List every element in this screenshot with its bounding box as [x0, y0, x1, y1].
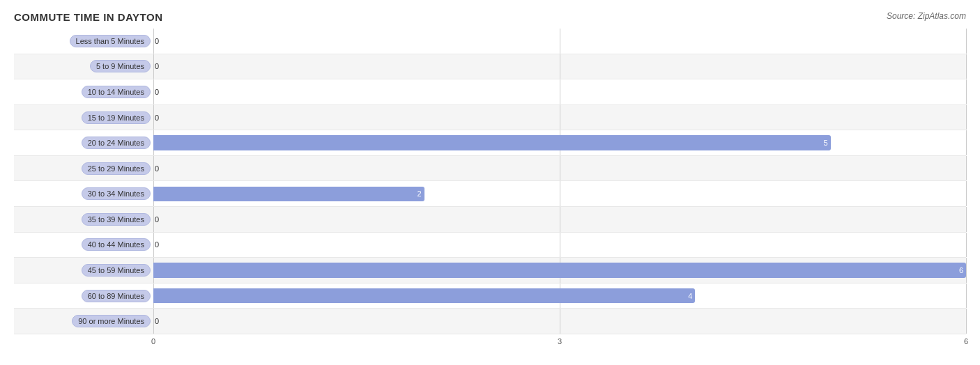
row-label-wrap: 90 or more Minutes	[14, 315, 153, 327]
table-row: 10 to 14 Minutes0	[14, 79, 966, 105]
table-row: 15 to 19 Minutes0	[14, 105, 966, 131]
bar-zero-label: 0	[155, 88, 159, 96]
chart-title: COMMUTE TIME IN DAYTON	[14, 11, 163, 23]
row-label: 40 to 44 Minutes	[82, 238, 151, 251]
row-label-wrap: 15 to 19 Minutes	[14, 111, 153, 124]
bar-area: 0	[153, 156, 966, 181]
rows-area: Less than 5 Minutes05 to 9 Minutes010 to…	[14, 29, 966, 334]
bar-area: 0	[153, 309, 966, 334]
bar-area: 0	[153, 29, 966, 54]
x-axis: 036	[153, 334, 966, 337]
row-label-wrap: 5 to 9 Minutes	[14, 60, 153, 72]
bar-area: 0	[153, 54, 966, 79]
row-label: 25 to 29 Minutes	[82, 162, 151, 175]
bar-area: 6	[153, 258, 966, 283]
bar-area: 0	[153, 79, 966, 104]
row-label: 60 to 89 Minutes	[82, 290, 151, 302]
table-row: Less than 5 Minutes0	[14, 29, 966, 54]
row-label: 10 to 14 Minutes	[82, 86, 151, 98]
bar-area: 0	[153, 207, 966, 232]
row-label: 30 to 34 Minutes	[82, 187, 151, 200]
bar: 4	[153, 288, 695, 303]
row-label-wrap: Less than 5 Minutes	[14, 35, 153, 47]
row-label: 15 to 19 Minutes	[82, 111, 151, 124]
table-row: 25 to 29 Minutes0	[14, 156, 966, 182]
bar-value: 4	[688, 292, 692, 300]
bar-zero-label: 0	[155, 240, 159, 249]
table-row: 90 or more Minutes0	[14, 309, 966, 334]
row-label-wrap: 45 to 59 Minutes	[14, 264, 153, 277]
row-label-wrap: 20 to 24 Minutes	[14, 137, 153, 149]
bar-area: 4	[153, 284, 966, 309]
bar-zero-label: 0	[155, 164, 159, 173]
bar: 2	[153, 187, 424, 201]
row-label: 5 to 9 Minutes	[90, 60, 151, 72]
chart-container: COMMUTE TIME IN DAYTON Source: ZipAtlas.…	[0, 0, 980, 365]
bar: 5	[153, 135, 831, 150]
bar-area: 0	[153, 233, 966, 258]
table-row: 45 to 59 Minutes6	[14, 258, 966, 284]
bar-zero-label: 0	[155, 37, 159, 45]
bar-value: 6	[959, 266, 963, 274]
row-label: 20 to 24 Minutes	[82, 137, 151, 149]
x-tick: 3	[558, 337, 562, 345]
table-row: 30 to 34 Minutes2	[14, 181, 966, 207]
x-tick: 6	[964, 337, 968, 345]
chart-header: COMMUTE TIME IN DAYTON Source: ZipAtlas.…	[14, 11, 966, 23]
row-label-wrap: 40 to 44 Minutes	[14, 238, 153, 251]
row-label: 35 to 39 Minutes	[82, 213, 151, 226]
row-label-wrap: 35 to 39 Minutes	[14, 213, 153, 226]
table-row: 5 to 9 Minutes0	[14, 54, 966, 80]
bar-value: 5	[824, 139, 828, 147]
row-label: Less than 5 Minutes	[70, 35, 151, 47]
bar-zero-label: 0	[155, 215, 159, 224]
x-tick: 0	[151, 337, 155, 345]
bar-value: 2	[418, 189, 422, 198]
chart-source: Source: ZipAtlas.com	[887, 11, 966, 21]
bar-area: 0	[153, 105, 966, 130]
row-label-wrap: 30 to 34 Minutes	[14, 187, 153, 200]
table-row: 60 to 89 Minutes4	[14, 284, 966, 309]
row-label: 90 or more Minutes	[72, 315, 151, 327]
table-row: 20 to 24 Minutes5	[14, 130, 966, 156]
table-row: 40 to 44 Minutes0	[14, 233, 966, 258]
bar-zero-label: 0	[155, 62, 159, 70]
chart-body: Less than 5 Minutes05 to 9 Minutes010 to…	[14, 29, 966, 337]
table-row: 35 to 39 Minutes0	[14, 207, 966, 233]
bar: 6	[153, 263, 966, 277]
row-label: 45 to 59 Minutes	[82, 264, 151, 277]
row-label-wrap: 10 to 14 Minutes	[14, 86, 153, 98]
bar-zero-label: 0	[155, 317, 159, 325]
row-label-wrap: 60 to 89 Minutes	[14, 290, 153, 302]
bar-area: 2	[153, 181, 966, 206]
bar-zero-label: 0	[155, 114, 159, 122]
bar-area: 5	[153, 130, 966, 155]
row-label-wrap: 25 to 29 Minutes	[14, 162, 153, 175]
